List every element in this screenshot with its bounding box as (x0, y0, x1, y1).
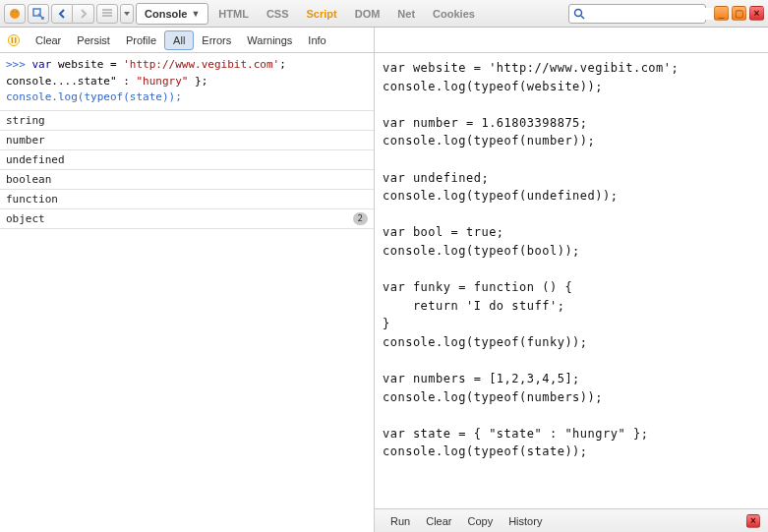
dropdown-arrow-icon: ▼ (191, 9, 200, 19)
log-row: boolean (0, 170, 374, 190)
log-row: object2 (0, 209, 374, 229)
log-row: number (0, 131, 374, 150)
svg-line-8 (581, 16, 584, 19)
console-pane: >>> var website = 'http://www.vegibit.co… (0, 53, 375, 532)
panel-list-icon[interactable] (96, 4, 118, 24)
nav-group (51, 4, 94, 24)
log-row: string (0, 111, 374, 131)
count-badge: 2 (353, 212, 368, 225)
tab-html[interactable]: HTML (210, 3, 257, 25)
popout-button[interactable]: ▢ (732, 6, 746, 21)
close-editor-button[interactable]: × (746, 514, 760, 528)
tab-cookies[interactable]: Cookies (425, 3, 483, 25)
svg-point-0 (10, 9, 20, 19)
profile-button[interactable]: Profile (118, 30, 164, 50)
log-row: function (0, 190, 374, 209)
svg-point-7 (575, 9, 582, 16)
window-buttons: _ ▢ × (714, 6, 764, 21)
panel-menu-icon[interactable] (120, 4, 134, 24)
clear-button[interactable]: Clear (28, 30, 69, 50)
search-icon (573, 8, 585, 20)
svg-rect-11 (15, 37, 17, 43)
break-icon[interactable] (4, 30, 24, 50)
tab-console[interactable]: Console▼ (136, 3, 208, 25)
persist-button[interactable]: Persist (69, 30, 118, 50)
filter-warnings-button[interactable]: Warnings (239, 30, 300, 50)
search-box[interactable] (568, 4, 706, 24)
main-split: >>> var website = 'http://www.vegibit.co… (0, 53, 768, 532)
search-input[interactable] (589, 8, 725, 20)
back-button[interactable] (51, 4, 73, 24)
tab-css[interactable]: CSS (259, 3, 297, 25)
filter-errors-button[interactable]: Errors (194, 30, 239, 50)
minimize-button[interactable]: _ (714, 6, 729, 21)
top-toolbar: Console▼ HTML CSS Script DOM Net Cookies… (0, 0, 768, 28)
svg-point-9 (9, 34, 20, 45)
tab-dom[interactable]: DOM (347, 3, 388, 25)
sub-toolbar-left: Clear Persist Profile All Errors Warning… (0, 28, 375, 52)
filter-all-button[interactable]: All (164, 30, 194, 50)
tab-net[interactable]: Net (389, 3, 423, 25)
tab-console-label: Console (145, 8, 187, 20)
history-button[interactable]: History (501, 515, 550, 527)
forward-button[interactable] (73, 4, 94, 24)
inspect-icon[interactable] (28, 4, 49, 24)
sub-toolbar: Clear Persist Profile All Errors Warning… (0, 28, 768, 53)
log-row: undefined (0, 150, 374, 170)
run-button[interactable]: Run (383, 515, 418, 527)
svg-point-1 (12, 11, 14, 13)
editor-pane: var website = 'http://www.vegibit.com'; … (375, 53, 768, 532)
firebug-icon[interactable] (4, 4, 26, 24)
console-input[interactable]: >>> var website = 'http://www.vegibit.co… (0, 53, 374, 111)
svg-rect-10 (12, 37, 14, 43)
tab-script[interactable]: Script (299, 3, 345, 25)
editor-footer: Run Clear Copy History × (375, 508, 768, 532)
filter-info-button[interactable]: Info (300, 30, 333, 50)
prompt: >>> (6, 58, 26, 71)
close-button[interactable]: × (749, 6, 764, 21)
copy-button[interactable]: Copy (459, 515, 501, 527)
clear-editor-button[interactable]: Clear (418, 515, 459, 527)
code-editor[interactable]: var website = 'http://www.vegibit.com'; … (375, 53, 768, 508)
svg-point-2 (16, 11, 18, 13)
